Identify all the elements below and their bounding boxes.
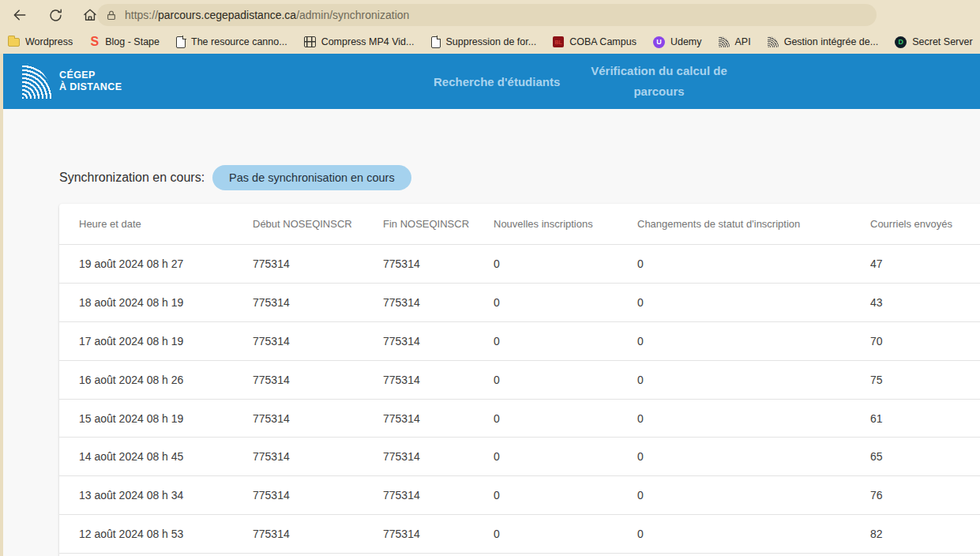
coba-icon — [553, 36, 564, 47]
column-header: Début NOSEQINSCR — [253, 218, 383, 230]
url-path: /admin/synchronization — [296, 9, 409, 21]
table-row: 17 août 2024 08 h 197753147753140070 — [59, 322, 980, 361]
bookmark-label: Blog - Stape — [105, 36, 160, 47]
url-host: parcours.cegepadistance.ca — [158, 9, 296, 21]
table-cell: 76 — [870, 489, 980, 502]
refresh-icon — [48, 8, 63, 23]
table-header-row: Heure et dateDébut NOSEQINSCRFin NOSEQIN… — [59, 204, 980, 245]
bookmark-item[interactable]: The resource canno... — [176, 36, 287, 48]
refresh-button[interactable] — [47, 7, 63, 23]
url-scheme: https:// — [125, 9, 158, 21]
table-cell: 775314 — [253, 412, 383, 425]
sync-label: Synchronization en cours: — [59, 171, 205, 185]
site-logo-text: CÉGEP À DISTANCE — [59, 70, 122, 93]
table-cell: 775314 — [383, 335, 494, 348]
bookmark-label: Udemy — [670, 36, 702, 47]
table-cell: 775314 — [383, 374, 494, 386]
table-cell: 0 — [637, 412, 870, 425]
sync-status-badge: Pas de synchronisation en cours — [212, 165, 411, 190]
table-body: 19 août 2024 08 h 27775314775314004718 a… — [59, 245, 980, 554]
home-button[interactable] — [82, 7, 98, 23]
table-row: 18 août 2024 08 h 197753147753140043 — [59, 284, 980, 322]
page-icon — [176, 36, 186, 48]
cegep-arcs-icon — [22, 63, 52, 99]
table-cell: 0 — [494, 412, 637, 425]
bookmark-item[interactable]: Wordpress — [8, 36, 73, 47]
bookmark-label: Gestion intégrée de... — [784, 36, 879, 47]
table-cell: 0 — [494, 296, 637, 309]
site-header: CÉGEP À DISTANCE Recherche d'étudiants V… — [3, 54, 980, 109]
table-cell: 0 — [637, 296, 870, 309]
bookmark-label: COBA Campus — [569, 36, 636, 47]
table-cell: 0 — [637, 257, 870, 270]
table-cell: 12 août 2024 08 h 53 — [79, 528, 253, 540]
column-header: Heure et date — [79, 218, 253, 230]
table-cell: 0 — [637, 374, 870, 386]
arcs-icon — [768, 36, 779, 47]
table-cell: 15 août 2024 08 h 19 — [79, 412, 253, 425]
sync-status-row: Synchronization en cours: Pas de synchro… — [59, 165, 411, 190]
table-row: 14 août 2024 08 h 457753147753140065 — [59, 438, 980, 476]
window-edge — [0, 54, 3, 556]
bookmark-item[interactable]: API — [719, 36, 751, 47]
table-cell: 75 — [870, 374, 980, 386]
column-header: Changements de statut d'inscription — [637, 218, 870, 230]
bookmark-item[interactable]: Gestion intégrée de... — [768, 36, 879, 47]
table-cell: 19 août 2024 08 h 27 — [79, 257, 253, 270]
table-row: 12 août 2024 08 h 537753147753140082 — [59, 515, 980, 554]
address-bar[interactable]: https://parcours.cegepadistance.ca/admin… — [97, 4, 877, 26]
column-header: Nouvelles inscriptions — [494, 218, 637, 230]
bookmark-item[interactable]: COBA Campus — [553, 36, 636, 47]
table-cell: 775314 — [253, 528, 383, 540]
bookmark-item[interactable]: Compress MP4 Vid... — [304, 36, 415, 47]
table-cell: 43 — [870, 296, 980, 309]
bookmark-label: API — [735, 36, 751, 47]
secret-server-icon — [895, 36, 907, 48]
table-row: 16 août 2024 08 h 267753147753140075 — [59, 361, 980, 400]
table-cell: 18 août 2024 08 h 19 — [79, 296, 253, 309]
table-cell: 0 — [494, 335, 637, 348]
bookmark-item[interactable]: Udemy — [653, 36, 702, 48]
table-row: 13 août 2024 08 h 347753147753140076 — [59, 476, 980, 515]
nav-verification-calcul-parcours[interactable]: Vérification du calcul de parcours — [586, 54, 732, 109]
table-cell: 0 — [494, 374, 637, 386]
table-cell: 0 — [637, 528, 870, 540]
folder-icon — [8, 38, 20, 47]
home-icon — [82, 7, 98, 23]
page-icon — [431, 36, 441, 48]
table-cell: 14 août 2024 08 h 45 — [79, 450, 253, 463]
table-cell: 0 — [494, 528, 637, 540]
bookmark-item[interactable]: Suppression de for... — [431, 36, 537, 48]
lock-icon[interactable] — [106, 9, 117, 21]
film-icon — [304, 36, 316, 47]
table-cell: 775314 — [253, 335, 383, 348]
site-logo[interactable]: CÉGEP À DISTANCE — [22, 63, 122, 99]
udemy-icon — [653, 36, 665, 48]
table-cell: 13 août 2024 08 h 34 — [79, 489, 253, 502]
table-cell: 775314 — [253, 374, 383, 386]
bookmark-label: The resource canno... — [191, 36, 287, 47]
column-header: Courriels envoyés — [870, 218, 980, 230]
table-cell: 70 — [870, 335, 980, 348]
back-icon — [12, 7, 28, 23]
logo-line2: À DISTANCE — [59, 81, 122, 93]
table-cell: 0 — [494, 489, 637, 502]
bookmark-label: Compress MP4 Vid... — [321, 36, 415, 47]
stape-icon — [89, 36, 100, 48]
bookmark-item[interactable]: Blog - Stape — [89, 36, 160, 48]
table-cell: 47 — [870, 257, 980, 270]
column-header: Fin NOSEQINSCR — [383, 218, 494, 230]
table-cell: 17 août 2024 08 h 19 — [79, 335, 253, 348]
browser-chrome: https://parcours.cegepadistance.ca/admin… — [0, 0, 980, 54]
table-cell: 0 — [637, 335, 870, 348]
back-button[interactable] — [12, 7, 28, 23]
bookmark-item[interactable]: Secret Server — [895, 36, 972, 48]
table-cell: 775314 — [253, 489, 383, 502]
nav-recherche-etudiants[interactable]: Recherche d'étudiants — [434, 54, 560, 109]
table-cell: 775314 — [253, 296, 383, 309]
logo-line1: CÉGEP — [59, 70, 122, 81]
table-cell: 775314 — [383, 296, 494, 309]
bookmark-label: Suppression de for... — [446, 36, 537, 47]
table-cell: 775314 — [253, 257, 383, 270]
table-cell: 775314 — [383, 528, 494, 540]
